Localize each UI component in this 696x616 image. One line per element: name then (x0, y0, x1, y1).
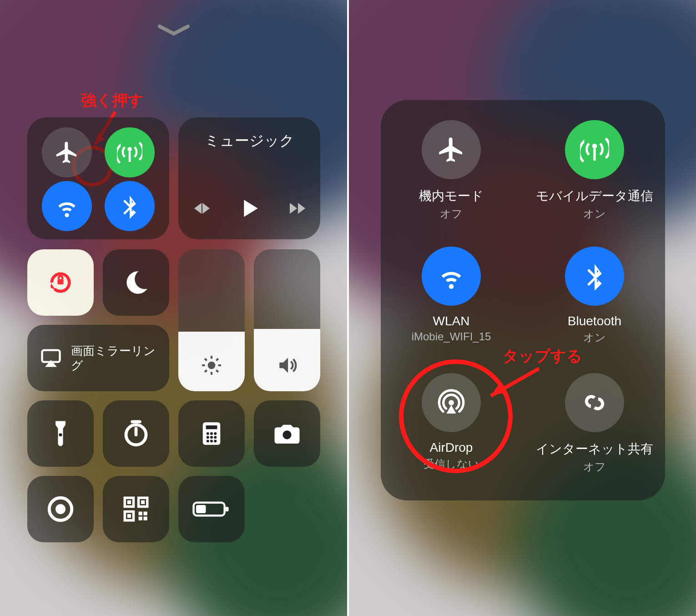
rotation-lock-icon (45, 268, 76, 298)
flashlight-button[interactable] (27, 400, 94, 467)
airplay-icon (39, 346, 63, 370)
airplane-mode-label: 機内モード (381, 187, 522, 205)
wifi-toggle[interactable] (42, 181, 92, 231)
connectivity-expanded-screenshot: 機内モード オフ モバイルデータ通信 オン WLAN iMobie_WIFI_1… (349, 0, 696, 616)
svg-point-27 (214, 436, 217, 439)
battery-icon (192, 499, 231, 520)
svg-rect-38 (141, 500, 145, 504)
chevron-down-icon[interactable] (158, 24, 190, 38)
svg-line-11 (216, 370, 218, 372)
bluetooth-toggle[interactable] (105, 181, 155, 231)
connectivity-tile[interactable] (27, 117, 169, 239)
personal-hotspot-label: インターネット共有 (524, 440, 665, 458)
brightness-icon (200, 354, 223, 379)
wlan-item[interactable]: WLAN iMobie_WIFI_15 (381, 247, 522, 343)
svg-point-31 (282, 430, 291, 439)
bluetooth-label: Bluetooth (524, 314, 665, 328)
personal-hotspot-status: オフ (524, 459, 665, 474)
control-center-collapsed-screenshot: 強く押す ミュージック (0, 0, 349, 616)
svg-rect-40 (139, 512, 142, 515)
svg-line-10 (205, 358, 207, 360)
brightness-slider[interactable] (178, 249, 245, 391)
svg-marker-3 (50, 283, 55, 290)
annotation-press-hard: 強く押す (81, 90, 144, 111)
hotspot-icon (565, 373, 624, 432)
svg-rect-21 (206, 425, 217, 429)
wifi-icon (54, 193, 80, 219)
bluetooth-icon (117, 193, 142, 219)
bluetooth-item[interactable]: Bluetooth オン (524, 247, 665, 345)
svg-point-25 (207, 436, 209, 439)
svg-point-16 (59, 433, 62, 436)
svg-point-22 (207, 432, 209, 435)
svg-line-12 (205, 370, 207, 372)
svg-rect-45 (225, 507, 228, 512)
low-power-mode-button[interactable] (178, 476, 245, 542)
previous-track-button[interactable] (191, 197, 212, 221)
music-title: ミュージック (178, 131, 320, 151)
cellular-antenna-icon (565, 120, 624, 179)
svg-rect-41 (144, 512, 147, 515)
cellular-data-item[interactable]: モバイルデータ通信 オン (524, 120, 665, 221)
bluetooth-icon (565, 247, 624, 306)
airplane-mode-item[interactable]: 機内モード オフ (381, 120, 522, 221)
svg-rect-39 (127, 514, 131, 518)
qr-code-button[interactable] (103, 476, 169, 542)
camera-icon (272, 419, 302, 449)
cellular-data-toggle[interactable] (105, 127, 155, 177)
svg-marker-51 (491, 384, 504, 396)
svg-rect-47 (593, 148, 595, 161)
flashlight-icon (45, 419, 76, 449)
svg-rect-46 (196, 505, 206, 513)
wifi-icon (422, 247, 481, 306)
timer-icon (121, 419, 151, 449)
svg-rect-4 (57, 279, 63, 285)
calculator-icon (197, 419, 227, 449)
bluetooth-status: オン (524, 330, 665, 345)
next-track-button[interactable] (286, 197, 308, 221)
volume-slider[interactable] (254, 249, 320, 391)
calculator-button[interactable] (178, 400, 245, 467)
svg-rect-37 (127, 500, 131, 504)
music-tile[interactable]: ミュージック (178, 117, 320, 239)
svg-point-5 (208, 362, 216, 369)
airplane-icon (422, 120, 481, 179)
record-icon (45, 494, 76, 524)
airplane-mode-status: オフ (381, 207, 522, 221)
svg-point-30 (214, 439, 217, 442)
svg-rect-2 (129, 151, 131, 162)
svg-point-24 (214, 432, 217, 435)
cellular-data-label: モバイルデータ通信 (524, 187, 665, 205)
screen-mirroring-label: 画面ミラーリング (71, 343, 157, 373)
svg-rect-42 (139, 517, 142, 520)
svg-point-26 (210, 436, 213, 439)
svg-point-28 (207, 439, 209, 442)
timer-button[interactable] (103, 400, 169, 467)
do-not-disturb-toggle[interactable] (103, 249, 169, 316)
svg-point-23 (210, 432, 213, 435)
volume-icon (276, 354, 298, 379)
svg-rect-43 (144, 517, 147, 520)
personal-hotspot-item[interactable]: インターネット共有 オフ (524, 373, 665, 474)
wlan-status: iMobie_WIFI_15 (381, 330, 522, 343)
cellular-antenna-icon (117, 140, 142, 165)
camera-button[interactable] (254, 400, 320, 467)
svg-point-33 (55, 504, 66, 514)
airplane-icon (54, 140, 80, 165)
wlan-label: WLAN (381, 314, 522, 328)
airplane-mode-toggle[interactable] (42, 127, 92, 177)
svg-line-13 (216, 358, 218, 360)
svg-point-29 (210, 439, 213, 442)
screen-record-button[interactable] (27, 476, 94, 542)
moon-icon (121, 268, 151, 298)
screen-mirroring-button[interactable]: 画面ミラーリング (27, 325, 169, 391)
cellular-data-status: オン (524, 207, 665, 221)
orientation-lock-toggle[interactable] (27, 249, 94, 316)
qr-code-icon (121, 494, 151, 524)
play-button[interactable] (237, 196, 262, 223)
annotation-arrow-icon (481, 364, 545, 405)
